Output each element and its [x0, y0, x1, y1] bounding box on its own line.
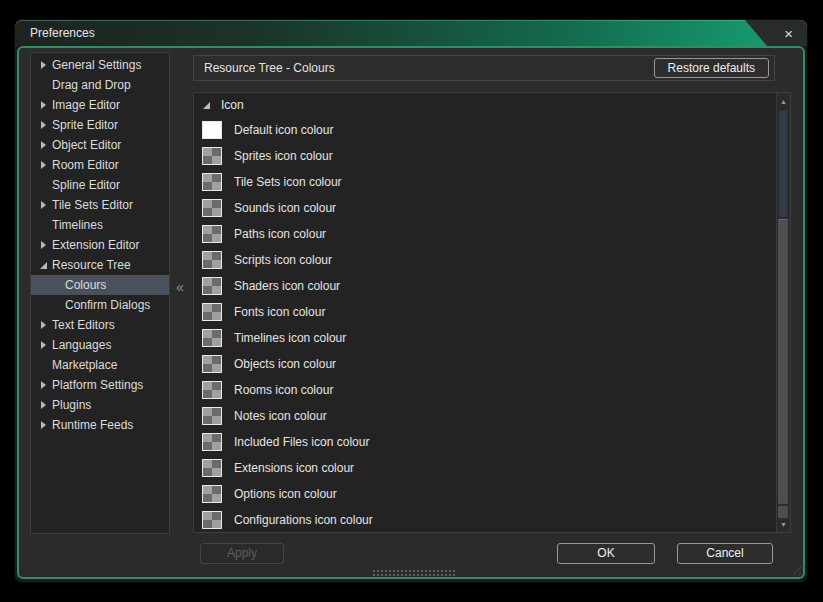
sidebar-item-object-editor[interactable]: Object Editor: [31, 135, 169, 155]
tree-collapsed-icon[interactable]: [37, 121, 49, 129]
colour-row-paths[interactable]: Paths icon colour: [194, 221, 790, 247]
colour-row-sounds[interactable]: Sounds icon colour: [194, 195, 790, 221]
colour-row-label: Extensions icon colour: [234, 461, 354, 475]
sidebar-item-plugins[interactable]: Plugins: [31, 395, 169, 415]
tree-collapsed-icon[interactable]: [37, 101, 49, 109]
tree-expanded-icon[interactable]: [37, 262, 49, 269]
tree-collapsed-icon[interactable]: [37, 381, 49, 389]
scroll-up-icon[interactable]: ▲: [777, 94, 790, 108]
resize-grip-icon[interactable]: [789, 563, 801, 575]
colour-row-label: Included Files icon colour: [234, 435, 369, 449]
sidebar-item-label: Drag and Drop: [52, 78, 131, 92]
colour-row-default[interactable]: Default icon colour: [194, 117, 790, 143]
tree-collapsed-icon[interactable]: [37, 341, 49, 349]
sidebar-item-image-editor[interactable]: Image Editor: [31, 95, 169, 115]
sidebar-item-general-settings[interactable]: General Settings: [31, 55, 169, 75]
sidebar-item-drag-and-drop[interactable]: Drag and Drop: [31, 75, 169, 95]
ok-button[interactable]: OK: [557, 543, 655, 564]
colour-row-label: Shaders icon colour: [234, 279, 340, 293]
restore-defaults-button[interactable]: Restore defaults: [654, 58, 769, 78]
tree-collapsed-icon[interactable]: [37, 141, 49, 149]
tree-collapsed-icon[interactable]: [37, 321, 49, 329]
sidebar-item-room-editor[interactable]: Room Editor: [31, 155, 169, 175]
sidebar-item-text-editors[interactable]: Text Editors: [31, 315, 169, 335]
sidebar-item-label: Runtime Feeds: [52, 418, 133, 432]
colour-row-shaders[interactable]: Shaders icon colour: [194, 273, 790, 299]
colour-swatch[interactable]: [202, 251, 222, 269]
sidebar-item-label: Object Editor: [52, 138, 121, 152]
icon-group-header[interactable]: Icon: [194, 93, 790, 117]
sidebar-item-spline-editor[interactable]: Spline Editor: [31, 175, 169, 195]
colour-swatch[interactable]: [202, 147, 222, 165]
sidebar-item-sprite-editor[interactable]: Sprite Editor: [31, 115, 169, 135]
colour-swatch[interactable]: [202, 433, 222, 451]
sidebar-item-resource-tree[interactable]: Resource Tree: [31, 255, 169, 275]
resize-handle-dots[interactable]: [372, 569, 456, 577]
colour-swatch[interactable]: [202, 199, 222, 217]
sidebar-item-extension-editor[interactable]: Extension Editor: [31, 235, 169, 255]
colour-row-fonts[interactable]: Fonts icon colour: [194, 299, 790, 325]
colour-swatch[interactable]: [202, 381, 222, 399]
colour-swatch[interactable]: [202, 121, 222, 139]
colour-swatch[interactable]: [202, 355, 222, 373]
colour-row-tile-sets[interactable]: Tile Sets icon colour: [194, 169, 790, 195]
sidebar-collapse-icon[interactable]: «: [171, 278, 189, 296]
colour-row-notes[interactable]: Notes icon colour: [194, 403, 790, 429]
colour-row-objects[interactable]: Objects icon colour: [194, 351, 790, 377]
sidebar-item-platform-settings[interactable]: Platform Settings: [31, 375, 169, 395]
close-icon[interactable]: ×: [784, 26, 793, 41]
group-label: Icon: [221, 98, 244, 112]
colour-row-timelines[interactable]: Timelines icon colour: [194, 325, 790, 351]
scroll-down-icon[interactable]: ▼: [777, 517, 790, 531]
cancel-button[interactable]: Cancel: [677, 543, 773, 564]
colour-row-label: Notes icon colour: [234, 409, 327, 423]
sidebar-item-label: Platform Settings: [52, 378, 143, 392]
colour-row-label: Default icon colour: [234, 123, 333, 137]
tree-collapsed-icon[interactable]: [37, 421, 49, 429]
sidebar-item-languages[interactable]: Languages: [31, 335, 169, 355]
sidebar-item-tile-sets-editor[interactable]: Tile Sets Editor: [31, 195, 169, 215]
apply-button[interactable]: Apply: [200, 543, 284, 564]
tree-expanded-icon[interactable]: [203, 102, 215, 109]
sidebar-item-confirm-dialogs[interactable]: Confirm Dialogs: [31, 295, 169, 315]
sidebar-item-label: Colours: [65, 278, 106, 292]
colour-row-extensions[interactable]: Extensions icon colour: [194, 455, 790, 481]
colour-row-included-files[interactable]: Included Files icon colour: [194, 429, 790, 455]
colour-swatch[interactable]: [202, 485, 222, 503]
scrollbar-track[interactable]: [778, 110, 788, 218]
tree-collapsed-icon[interactable]: [37, 201, 49, 209]
colour-swatch[interactable]: [202, 459, 222, 477]
scrollbar-thumb[interactable]: [778, 219, 788, 504]
colour-swatch[interactable]: [202, 303, 222, 321]
colour-swatch[interactable]: [202, 173, 222, 191]
colour-swatch[interactable]: [202, 225, 222, 243]
sidebar-item-marketplace[interactable]: Marketplace: [31, 355, 169, 375]
colour-row-rooms[interactable]: Rooms icon colour: [194, 377, 790, 403]
colour-row-label: Timelines icon colour: [234, 331, 346, 345]
colour-row-options[interactable]: Options icon colour: [194, 481, 790, 507]
colour-swatch[interactable]: [202, 407, 222, 425]
list-scrollbar[interactable]: ▲ ▼: [776, 93, 790, 532]
colour-row-label: Scripts icon colour: [234, 253, 332, 267]
colour-swatch[interactable]: [202, 277, 222, 295]
colour-row-sprites[interactable]: Sprites icon colour: [194, 143, 790, 169]
tree-collapsed-icon[interactable]: [37, 61, 49, 69]
sidebar-item-label: Text Editors: [52, 318, 115, 332]
tree-collapsed-icon[interactable]: [37, 161, 49, 169]
colour-row-label: Options icon colour: [234, 487, 337, 501]
sidebar-item-timelines[interactable]: Timelines: [31, 215, 169, 235]
sidebar-item-colours[interactable]: Colours: [31, 275, 169, 295]
colour-swatch[interactable]: [202, 511, 222, 529]
colour-row-scripts[interactable]: Scripts icon colour: [194, 247, 790, 273]
sidebar-item-label: Room Editor: [52, 158, 119, 172]
sidebar-item-label: Resource Tree: [52, 258, 131, 272]
title-bar[interactable]: Preferences ×: [15, 20, 807, 46]
sidebar-item-label: Languages: [52, 338, 111, 352]
sidebar-item-runtime-feeds[interactable]: Runtime Feeds: [31, 415, 169, 435]
tree-collapsed-icon[interactable]: [37, 401, 49, 409]
tree-collapsed-icon[interactable]: [37, 241, 49, 249]
colour-row-configurations[interactable]: Configurations icon colour: [194, 507, 790, 533]
colour-swatch[interactable]: [202, 329, 222, 347]
sidebar-item-label: Marketplace: [52, 358, 117, 372]
colour-row-label: Paths icon colour: [234, 227, 326, 241]
